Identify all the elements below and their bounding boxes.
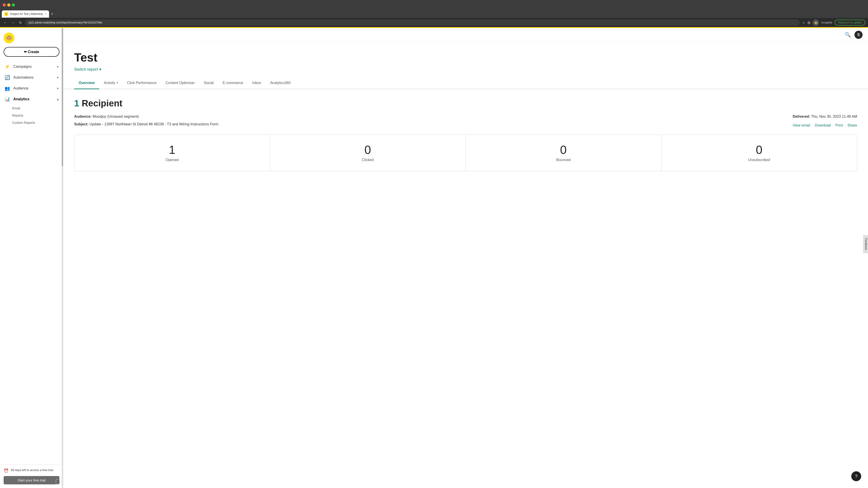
- trial-info: ⏰ 89 days left to access a free trial.: [4, 468, 59, 473]
- feedback-tab[interactable]: Feedback: [863, 235, 868, 253]
- address-bar-row: ← → ↻ ☆ ⊞ 🕵 Incognito Relaunch to update: [0, 18, 868, 27]
- extensions-button[interactable]: ⊞: [807, 21, 810, 25]
- address-bar-actions: ☆ ⊞ 🕵 Incognito Relaunch to update: [802, 20, 865, 26]
- report-header: Test Switch report ▾: [63, 41, 868, 77]
- separator-1: ·: [812, 123, 813, 127]
- browser-chrome: [0, 0, 868, 10]
- campaigns-label: Campaigns: [13, 65, 54, 69]
- window-maximize-btn[interactable]: [12, 3, 15, 6]
- sidebar-sub-item-email[interactable]: Email: [0, 105, 63, 112]
- switch-report-button[interactable]: Switch report ▾: [74, 67, 101, 72]
- separator-2: ·: [833, 123, 833, 127]
- audience-chevron-icon: ▾: [57, 87, 59, 90]
- automations-chevron-icon: ▾: [57, 76, 59, 79]
- tab-overview[interactable]: Overview: [74, 77, 99, 89]
- bookmark-button[interactable]: ☆: [802, 21, 805, 25]
- app-header: 🔍 S: [63, 28, 868, 41]
- bounced-label: Bounced: [470, 158, 657, 162]
- stat-clicked: 0 Clicked: [270, 135, 466, 171]
- delivered-label: Delivered:: [793, 115, 810, 119]
- print-button[interactable]: Print: [835, 123, 843, 127]
- sidebar-sub-item-custom-reports[interactable]: Custom Reports: [0, 119, 63, 126]
- stat-opened: 1 Opened: [74, 135, 270, 171]
- tab-social[interactable]: Social: [199, 77, 218, 89]
- sidebar-item-audience[interactable]: 👥 Audience ▾: [0, 83, 63, 94]
- audience-icon: 👥: [4, 86, 10, 91]
- audience-meta-row: Audience: Moodjoy (Unsaved segment): [74, 114, 779, 119]
- activity-dropdown-icon: ▾: [117, 81, 118, 85]
- sidebar-footer: ⏰ 89 days left to access a free trial. S…: [0, 464, 63, 488]
- create-button[interactable]: ✏ Create: [4, 47, 59, 57]
- window-close-btn[interactable]: [3, 3, 6, 6]
- opened-label: Opened: [79, 158, 266, 162]
- search-button[interactable]: 🔍: [845, 32, 851, 38]
- sidebar-item-automations[interactable]: 🔄 Automations ▾: [0, 72, 63, 83]
- meta-right: Delivered: Thu, Nov 30, 2023 11:49 AM Vi…: [793, 114, 857, 129]
- window-minimize-btn[interactable]: [7, 3, 10, 6]
- mailchimp-logo: 🐵: [4, 33, 14, 43]
- forward-button[interactable]: →: [10, 20, 16, 26]
- help-button[interactable]: ?: [851, 471, 861, 481]
- stat-bounced: 0 Bounced: [466, 135, 661, 171]
- opened-count: 1: [79, 144, 266, 156]
- refresh-button[interactable]: ↻: [18, 20, 23, 26]
- address-input[interactable]: [25, 20, 800, 26]
- report-tabs: Overview Activity ▾ Click Performance Co…: [63, 77, 868, 89]
- browser-tab-active[interactable]: 🐵 Subject for Test | Mailchimp ×: [2, 10, 49, 18]
- automations-icon: 🔄: [4, 75, 10, 80]
- stats-grid: 1 Opened 0 Clicked 0 Bounced 0 Unsubscri…: [74, 135, 857, 171]
- recipient-count: 1: [74, 98, 79, 108]
- sidebar: 🐵 ✏ Create ⚡ Campaigns ▾ 🔄 Automations ▾…: [0, 28, 63, 488]
- tab-inbox[interactable]: Inbox: [248, 77, 266, 89]
- tab-favicon: 🐵: [4, 12, 8, 16]
- tab-bar: 🐵 Subject for Test | Mailchimp × +: [0, 10, 868, 18]
- tab-ecommerce[interactable]: E-commerce: [218, 77, 248, 89]
- audience-label: Audience:: [74, 115, 92, 119]
- meta-left: Audience: Moodjoy (Unsaved segment) Subj…: [74, 114, 779, 129]
- sidebar-scrollbar-thumb: [62, 28, 63, 166]
- share-button[interactable]: Share: [847, 123, 857, 127]
- trial-text: 89 days left to access a free trial.: [11, 468, 54, 472]
- analytics-icon: 📊: [4, 96, 10, 102]
- app-layout: 🐵 ✏ Create ⚡ Campaigns ▾ 🔄 Automations ▾…: [0, 28, 868, 488]
- automations-label: Automations: [13, 75, 54, 79]
- audience-label: Audience: [13, 86, 54, 90]
- sidebar-nav: ⚡ Campaigns ▾ 🔄 Automations ▾ 👥 Audience…: [0, 59, 63, 464]
- tab-title: Subject for Test | Mailchimp: [10, 12, 43, 15]
- sidebar-header: 🐵 ✏ Create: [0, 28, 63, 59]
- report-meta: Audience: Moodjoy (Unsaved segment) Subj…: [74, 114, 857, 129]
- meta-actions: View email · Download · Print · Share: [793, 123, 857, 127]
- tab-close-button[interactable]: ×: [45, 12, 46, 15]
- switch-report-chevron-icon: ▾: [99, 67, 101, 72]
- tab-content-optimizer[interactable]: Content Optimizer: [161, 77, 199, 89]
- clicked-label: Clicked: [275, 158, 461, 162]
- view-email-button[interactable]: View email: [793, 123, 810, 127]
- unsubscribed-label: Unsubscribed: [666, 158, 852, 162]
- subject-label: Subject:: [74, 122, 88, 126]
- recipient-heading: 1 Recipient: [74, 98, 857, 108]
- sidebar-item-analytics[interactable]: 📊 Analytics ▴: [0, 94, 63, 105]
- sidebar-scrollbar-track: [62, 28, 63, 488]
- main-content: 🔍 S Test Switch report ▾ Overview Activi…: [63, 28, 868, 488]
- trial-clock-icon: ⏰: [4, 468, 8, 473]
- separator-3: ·: [845, 123, 846, 127]
- tab-activity[interactable]: Activity ▾: [99, 77, 123, 89]
- report-body: 1 Recipient Audience: Moodjoy (Unsaved s…: [63, 89, 868, 180]
- sidebar-sub-item-reports[interactable]: Reports: [0, 112, 63, 119]
- bounced-count: 0: [470, 144, 657, 156]
- tab-click-performance[interactable]: Click Performance: [123, 77, 161, 89]
- delivered-meta-row: Delivered: Thu, Nov 30, 2023 11:49 AM: [793, 114, 857, 119]
- report-title: Test: [74, 51, 857, 64]
- relaunch-button[interactable]: Relaunch to update: [835, 20, 865, 26]
- stat-unsubscribed: 0 Unsubscribed: [661, 135, 857, 171]
- download-button[interactable]: Download: [815, 123, 831, 127]
- new-tab-button[interactable]: +: [50, 12, 54, 17]
- tab-analytics360[interactable]: Analytics360: [266, 77, 295, 89]
- campaigns-chevron-icon: ▾: [57, 65, 59, 68]
- start-trial-button[interactable]: Start your free trial: [4, 476, 59, 484]
- back-button[interactable]: ←: [3, 20, 8, 26]
- user-avatar[interactable]: S: [855, 31, 863, 39]
- sidebar-collapse-button[interactable]: ◧: [56, 479, 61, 484]
- sidebar-item-campaigns[interactable]: ⚡ Campaigns ▾: [0, 61, 63, 72]
- analytics-chevron-icon: ▴: [57, 97, 59, 101]
